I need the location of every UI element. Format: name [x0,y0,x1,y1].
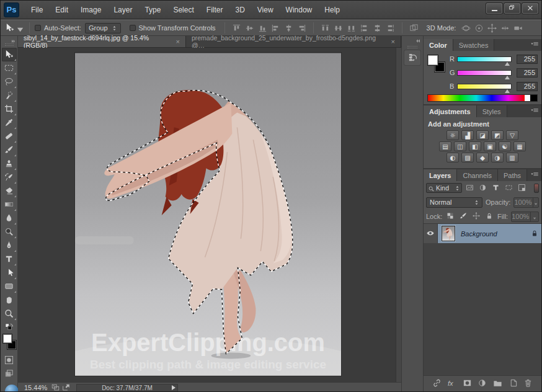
dodge-tool[interactable] [2,225,17,239]
adjustment-threshold-icon[interactable]: ◆ [476,153,489,163]
lock-all-button[interactable] [484,212,494,221]
zoom-level-field[interactable]: 15.44% [24,384,50,391]
new-adjustment-layer-button[interactable] [477,378,488,390]
expand-dock-icon[interactable] [415,37,420,45]
distribute-right-edges-button[interactable] [384,22,397,34]
opacity-field[interactable]: 100% [513,197,539,208]
filter-adjustment-layers-button[interactable] [478,183,488,193]
adjustment-selective-color-icon[interactable]: ◑ [491,153,504,163]
black-swatch[interactable] [530,95,537,101]
panel-menu-button[interactable] [530,107,540,115]
status-popup-arrow-icon[interactable] [172,385,175,390]
3d-roll-button[interactable] [473,22,486,34]
document-tab-active[interactable]: sibyl_14_by_faestock-d694rlq.jpg @ 15.4%… [18,36,186,47]
align-right-edges-button[interactable] [295,22,308,34]
opacity-dropdown-button[interactable] [533,198,538,207]
layer-visibility-toggle[interactable] [424,224,438,243]
blue-value-field[interactable]: 255 [517,82,538,91]
document-image[interactable]: ExpertClipping.com Best clipping path & … [75,53,341,376]
adjustment-posterize-icon[interactable]: ▨ [461,153,474,163]
menu-select[interactable]: Select [167,3,200,17]
red-slider-thumb[interactable] [505,62,510,66]
menu-view[interactable]: View [251,3,280,17]
adjustment-photo-filter-icon[interactable]: ▣ [484,141,496,151]
blue-slider-thumb[interactable] [505,89,510,93]
menu-type[interactable]: Type [138,3,167,17]
lasso-tool[interactable] [2,75,17,89]
filter-type-layers-button[interactable] [491,183,501,193]
filter-smart-objects-button[interactable] [517,183,527,193]
gradient-tool[interactable] [2,198,17,212]
panel-menu-button[interactable] [530,171,540,179]
auto-align-layers-button[interactable] [407,22,420,34]
fill-dropdown-button[interactable] [530,212,538,221]
zoom-tool[interactable] [2,307,17,321]
3d-slide-button[interactable] [499,22,512,34]
brush-tool[interactable] [2,143,17,157]
menu-3d[interactable]: 3D [229,3,251,17]
hand-tool[interactable] [2,293,17,307]
3d-camera-button[interactable] [512,22,525,34]
rectangular-marquee-tool[interactable] [2,61,17,75]
tab-adjustments[interactable]: Adjustments [424,105,477,117]
restore-button[interactable] [504,3,520,14]
menu-window[interactable]: Window [280,3,319,17]
blur-tool[interactable] [2,212,17,225]
adjustment-invert-icon[interactable]: ◐ [446,153,459,163]
show-transform-controls-checkbox[interactable] [130,25,136,31]
adjustment-brightness-contrast-icon[interactable]: ☼ [446,130,459,140]
screen-mode-button[interactable] [2,367,17,381]
green-slider[interactable] [457,70,512,76]
foreground-color-chip[interactable] [427,55,438,66]
menu-layer[interactable]: Layer [107,3,138,17]
current-tool-preview[interactable] [5,23,22,33]
tab-channels[interactable]: Channels [457,169,497,181]
red-value-field[interactable]: 255 [517,55,538,64]
menu-image[interactable]: Image [74,3,107,17]
align-left-edges-button[interactable] [269,22,282,34]
fill-field[interactable]: 100% [511,212,539,222]
white-swatch[interactable] [525,95,530,101]
tab-layers[interactable]: Layers [424,169,457,181]
new-layer-button[interactable] [507,378,518,390]
lock-transparency-button[interactable] [445,212,455,221]
clone-stamp-tool[interactable] [2,157,17,171]
adjustment-black-white-icon[interactable]: ◧ [469,141,481,151]
filter-shape-layers-button[interactable] [504,183,514,193]
adjustment-gradient-map-icon[interactable]: ▥ [506,153,518,163]
canvas-area[interactable]: ExpertClipping.com Best clipping path & … [18,48,401,382]
tab-swatches[interactable]: Swatches [453,39,495,51]
filter-kind-dropdown[interactable]: Kind [426,183,462,193]
add-layer-mask-button[interactable] [461,378,473,390]
adjustment-hue-saturation-icon[interactable]: ▤ [439,141,451,151]
delete-layer-button[interactable] [523,378,534,390]
healing-brush-tool[interactable] [2,130,17,143]
close-tab-icon[interactable]: × [175,38,179,45]
history-panel-button[interactable] [404,50,420,65]
lock-position-button[interactable] [471,212,481,221]
document-tab-inactive[interactable]: premade_background_25_underwater_by_fros… [186,36,401,47]
default-colors-widget[interactable] [2,323,16,332]
layer-name[interactable]: Background [461,224,528,243]
dock-gripper[interactable] [407,46,417,48]
auto-select-checkbox[interactable] [35,25,41,31]
crop-tool[interactable] [2,102,17,116]
collapse-tools-icon[interactable] [11,37,16,42]
panel-menu-button[interactable] [530,41,540,49]
path-selection-tool[interactable] [2,266,17,280]
color-spectrum-ramp[interactable] [427,94,538,102]
mini-bridge-button[interactable] [50,383,61,392]
adjustment-curves-icon[interactable]: ◪ [476,130,489,140]
close-tab-icon[interactable]: × [391,38,395,45]
auto-select-target-dropdown[interactable]: Group [85,23,121,33]
adjustment-exposure-icon[interactable]: ◩ [491,130,504,140]
rectangle-shape-tool[interactable] [2,280,17,293]
adjustment-color-lookup-icon[interactable]: ▦ [513,141,526,151]
layer-filtering-toggle[interactable] [534,184,539,193]
move-tool[interactable] [2,48,17,61]
3d-orbit-button[interactable] [460,22,473,34]
distribute-horizontal-centers-button[interactable] [371,22,384,34]
pen-tool[interactable] [2,239,17,252]
adjustment-color-balance-icon[interactable]: ◫ [454,141,466,151]
distribute-left-edges-button[interactable] [358,22,371,34]
